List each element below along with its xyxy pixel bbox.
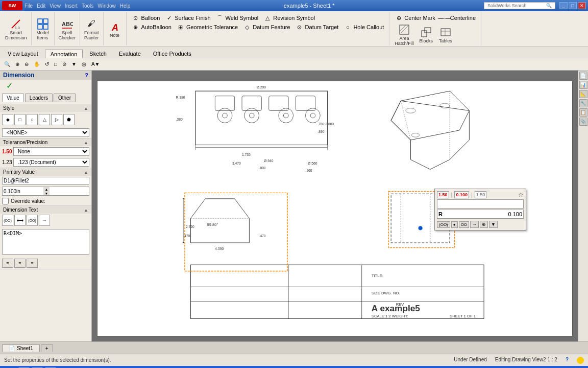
tab-other[interactable]: Other (54, 94, 76, 102)
search-box[interactable]: SolidWorks Search 🔍 (484, 2, 555, 9)
rotate-button[interactable]: ↺ (43, 60, 51, 68)
right-btn-6[interactable]: 📎 (579, 118, 587, 126)
dim-float-btn-2[interactable]: ● (451, 221, 458, 228)
zoom-to-fit-button[interactable]: 🔍 (2, 60, 12, 68)
dim-float-btn-extra[interactable]: ▼ (489, 221, 498, 228)
style-icon-6[interactable]: ⬟ (63, 114, 75, 125)
weld-symbol-button[interactable]: ⌒ Weld Symbol (214, 13, 261, 22)
balloon-button[interactable]: ⊙ Balloon (130, 13, 162, 22)
datum-target-button[interactable]: ⊙ Datum Target (293, 22, 341, 32)
right-btn-3[interactable]: 📐 (579, 90, 587, 98)
precision-dropdown[interactable]: .123 (Document) (13, 158, 89, 167)
style-icon-5[interactable]: ▷ (51, 114, 62, 125)
center-mark-button[interactable]: ⊕ Center Mark (393, 13, 437, 22)
dim-text-icon-1[interactable]: (OO) (2, 215, 13, 226)
datum-feature-button[interactable]: ◇ Datum Feature (241, 22, 292, 32)
menu-edit[interactable]: Edit (37, 3, 45, 9)
tables-button[interactable]: Tables (436, 25, 455, 44)
style-icon-2[interactable]: □ (14, 114, 26, 125)
pan-button[interactable]: ✋ (32, 60, 42, 68)
note-button[interactable]: A Note (106, 19, 124, 39)
right-btn-2[interactable]: 📊 (579, 81, 587, 89)
fillet-field[interactable] (2, 177, 89, 185)
sheet-tab[interactable]: 📄 Sheet1 (2, 344, 40, 352)
revision-symbol-button[interactable]: △ Revision Symbol (261, 13, 317, 22)
zoom-in-button[interactable]: ⊕ (13, 60, 21, 68)
style-section-header[interactable]: Style ▲ (0, 104, 91, 112)
dim-float-btn-arrow[interactable]: → (470, 221, 479, 228)
display-style-button[interactable]: ▼ (69, 60, 79, 68)
dim-text-icon-2[interactable]: ⟷ (14, 215, 26, 226)
model-items-button[interactable]: ModelItems (34, 17, 52, 41)
tolerance-none-dropdown[interactable]: None (13, 147, 89, 156)
tab-annotation[interactable]: Annotation (45, 50, 83, 58)
tab-value[interactable]: Value (2, 94, 24, 102)
format-painter-button[interactable]: 🖌 FormatPainter (82, 17, 101, 41)
tab-sketch[interactable]: Sketch (84, 49, 112, 58)
dim-float-btn-target[interactable]: ⊕ (480, 221, 488, 228)
tab-view-layout[interactable]: View Layout (2, 49, 44, 58)
panel-help-icon[interactable]: ? (85, 72, 88, 78)
centerline-button[interactable]: —·— Centerline (438, 13, 478, 22)
align-center-button[interactable]: ≡ (14, 259, 26, 268)
dim-text-icon-4[interactable]: → (39, 215, 50, 226)
dim-float-btn-3[interactable]: OO (459, 221, 469, 228)
dim-float-star-icon[interactable]: ☆ (518, 191, 524, 198)
status-help-icon[interactable]: ? (566, 357, 569, 364)
svg-text:.470: .470 (183, 234, 190, 238)
primary-value-header[interactable]: Primary Value ▲ (0, 168, 91, 176)
minimize-button[interactable]: _ (559, 2, 568, 9)
maximize-button[interactable]: □ (569, 2, 577, 9)
dim-float-panel: 1.50 | 0.100 | 1.50 ☆ R 0.100 (OO) (434, 189, 526, 231)
smart-dimension-icon: 1.0 (10, 18, 22, 30)
hole-callout-button[interactable]: ○ Hole Callout (341, 22, 386, 32)
canvas-area[interactable]: 99.80° R 1.00 R.380 Ø.290 .380 (92, 71, 578, 341)
tab-office-products[interactable]: Office Products (148, 49, 197, 58)
svg-text:Ø.560: Ø.560 (308, 162, 317, 165)
right-btn-5[interactable]: 📋 (579, 108, 587, 117)
annotation-view-button[interactable]: A▼ (89, 60, 102, 68)
right-btn-1[interactable]: 📄 (579, 72, 587, 80)
override-checkbox[interactable] (2, 198, 9, 204)
dim-text-header[interactable]: Dimension Text ▲ (0, 206, 91, 214)
view3d-button[interactable]: □ (52, 60, 59, 68)
spell-checker-button[interactable]: ABC SpellChecker (57, 17, 78, 41)
add-sheet-button[interactable]: + (41, 344, 53, 352)
align-right-button[interactable]: ≡ (27, 259, 38, 268)
menu-window[interactable]: Window (97, 3, 116, 9)
menu-insert[interactable]: Insert (65, 3, 78, 9)
svg-point-35 (406, 108, 415, 113)
spin-up-button[interactable]: ▲ (43, 187, 50, 191)
area-hatch-button[interactable]: AreaHatch/Fill (393, 22, 416, 47)
blocks-button[interactable]: Blocks (417, 25, 435, 44)
spin-down-button[interactable]: ▼ (43, 191, 50, 195)
dim-float-btn-1[interactable]: (OO) (437, 221, 450, 228)
primary-value-input[interactable] (3, 188, 43, 195)
dim-float-input[interactable] (438, 201, 522, 207)
menu-file[interactable]: File (24, 3, 33, 9)
menu-help[interactable]: Help (120, 3, 131, 9)
section-view-button[interactable]: ⊘ (60, 60, 68, 68)
tab-evaluate[interactable]: Evaluate (113, 49, 146, 58)
dim-text-icon-3[interactable]: (OO) (27, 215, 38, 226)
style-icon-4[interactable]: △ (39, 114, 50, 125)
style-icon-3[interactable]: ○ (27, 114, 38, 125)
style-dropdown[interactable]: <NONE> (2, 128, 89, 137)
surface-finish-button[interactable]: ✓ Surface Finish (163, 13, 212, 22)
confirm-button[interactable]: ✓ (3, 80, 16, 91)
smart-dimension-button[interactable]: 1.0 SmartDimension (3, 17, 29, 41)
svg-rect-2 (38, 19, 42, 24)
close-button[interactable]: ✕ (578, 2, 586, 9)
geo-tolerance-button[interactable]: ⊞ Geometric Tolerance (175, 22, 240, 32)
dim-text-textarea[interactable]: R<DIM> (2, 229, 89, 255)
style-icon-1[interactable]: ◆ (2, 114, 13, 125)
menu-view[interactable]: View (50, 3, 61, 9)
right-btn-4[interactable]: 🔧 (579, 99, 587, 107)
tab-leaders[interactable]: Leaders (25, 94, 53, 102)
zoom-out-button[interactable]: ⊖ (22, 60, 31, 68)
menu-tools[interactable]: Tools (82, 3, 93, 9)
tolerance-section-header[interactable]: Tolerance/Precision ▲ (0, 139, 91, 146)
align-left-button[interactable]: ≡ (2, 259, 13, 268)
hide-show-button[interactable]: ◎ (80, 60, 88, 68)
autoballoon-button[interactable]: ⊕ AutoBalloon (130, 22, 174, 32)
